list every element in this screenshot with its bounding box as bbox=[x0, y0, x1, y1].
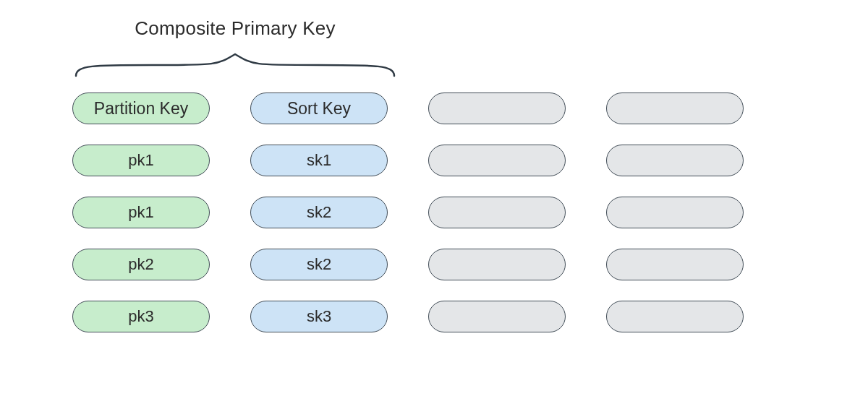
attr-cell bbox=[606, 249, 744, 280]
header-sort-key: Sort Key bbox=[250, 93, 388, 124]
brace-icon bbox=[72, 51, 398, 79]
key-table: Partition Key Sort Key pk1 sk1 pk1 sk2 p… bbox=[72, 93, 744, 332]
sk-cell: sk2 bbox=[250, 197, 388, 228]
attr-cell bbox=[606, 197, 744, 228]
pk-cell: pk2 bbox=[72, 249, 210, 280]
diagram-title: Composite Primary Key bbox=[72, 17, 398, 40]
diagram-canvas: Composite Primary Key Partition Key Sort… bbox=[0, 0, 868, 417]
header-partition-key: Partition Key bbox=[72, 93, 210, 124]
sk-cell: sk1 bbox=[250, 145, 388, 176]
pk-cell: pk3 bbox=[72, 301, 210, 332]
pk-cell: pk1 bbox=[72, 197, 210, 228]
attr-cell bbox=[606, 145, 744, 176]
header-attr-2 bbox=[606, 93, 744, 124]
sk-cell: sk3 bbox=[250, 301, 388, 332]
attr-cell bbox=[428, 301, 566, 332]
sk-cell: sk2 bbox=[250, 249, 388, 280]
header-attr-1 bbox=[428, 93, 566, 124]
attr-cell bbox=[428, 249, 566, 280]
attr-cell bbox=[428, 145, 566, 176]
pk-cell: pk1 bbox=[72, 145, 210, 176]
attr-cell bbox=[606, 301, 744, 332]
attr-cell bbox=[428, 197, 566, 228]
